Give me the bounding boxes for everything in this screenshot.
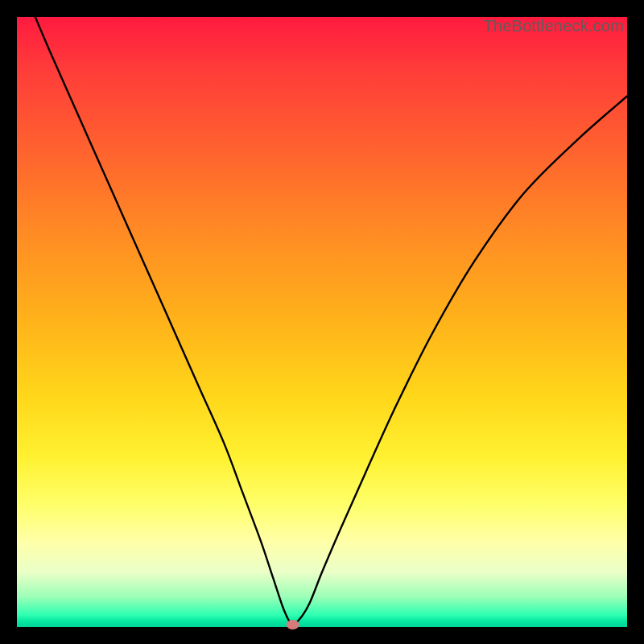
min-marker <box>287 620 299 630</box>
plot-area: TheBottleneck.com <box>17 17 627 627</box>
chart-frame: TheBottleneck.com <box>0 0 644 644</box>
curve-svg <box>17 17 627 627</box>
bottleneck-curve <box>35 17 627 625</box>
